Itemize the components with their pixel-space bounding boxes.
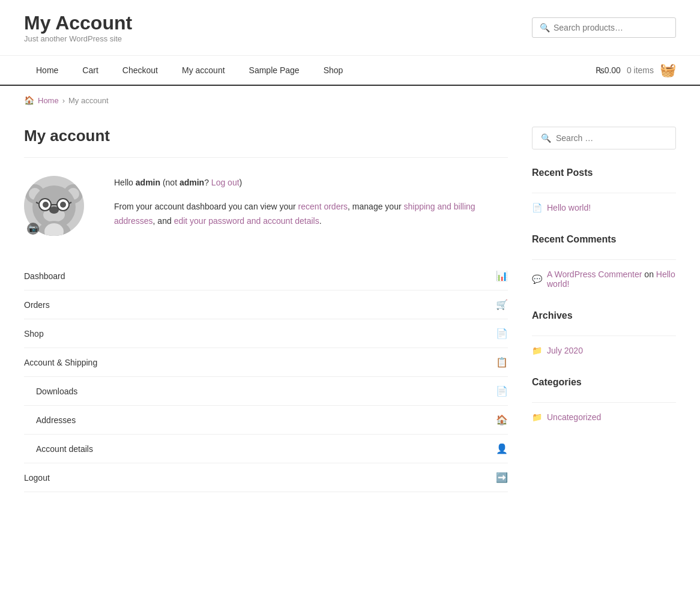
nav-link-account-shipping[interactable]: Account & Shipping — [24, 358, 97, 367]
nav-item-checkout: Checkout — [110, 56, 170, 85]
account-content: 📷 Hello admin (not admin? Log out) From … — [24, 176, 508, 238]
archives-divider — [532, 336, 676, 336]
nav-link-account-details[interactable]: Account details — [36, 444, 93, 454]
categories-section: Categories 📁 Uncategorized — [532, 377, 676, 426]
archives-section: Archives 📁 July 2020 — [532, 310, 676, 359]
site-nav: Home Cart Checkout My account Sample Pag… — [0, 56, 700, 86]
recent-orders-link[interactable]: recent orders — [298, 202, 348, 211]
nav-item-account-details: Account details 👤 — [24, 435, 508, 463]
nav-item-dashboard: Dashboard 📊 — [24, 262, 508, 290]
nav-link-samplepage[interactable]: Sample Page — [237, 56, 312, 85]
nav-item-account-shipping: Account & Shipping 📋 — [24, 348, 508, 377]
shop-icon: 📄 — [496, 328, 508, 339]
nav-link-home[interactable]: Home — [24, 56, 70, 85]
site-header: My Account Just another WordPress site 🔍 — [0, 0, 700, 56]
username-display: admin — [136, 178, 160, 187]
recent-comments-divider — [532, 259, 676, 260]
list-item: 📁 Uncategorized — [532, 409, 676, 426]
nav-link-logout[interactable]: Logout — [24, 473, 50, 483]
nav-item-shop: Shop — [312, 56, 355, 85]
nav-link-myaccount[interactable]: My account — [170, 56, 237, 85]
home-icon: 🏠 — [24, 95, 34, 105]
recent-posts-section: Recent Posts 📄 Hello world! — [532, 167, 676, 216]
recent-comments-section: Recent Comments 💬 A WordPress Commenter … — [532, 234, 676, 292]
header-search-input[interactable] — [554, 23, 668, 32]
archives-list: 📁 July 2020 — [532, 342, 676, 359]
nav-item-addresses: Addresses 🏠 — [24, 406, 508, 435]
svg-point-10 — [60, 202, 66, 208]
logout-link[interactable]: Log out — [211, 178, 240, 187]
camera-icon[interactable]: 📷 — [27, 223, 39, 235]
cart-amount: ₨0.00 — [596, 65, 621, 75]
page-title: My account — [24, 127, 508, 158]
recent-posts-divider — [532, 193, 676, 193]
cart-info: ₨0.00 0 items 🧺 — [596, 62, 676, 78]
nav-link-dashboard[interactable]: Dashboard — [24, 271, 65, 281]
categories-list: 📁 Uncategorized — [532, 409, 676, 426]
category-icon: 📁 — [532, 412, 542, 422]
nav-link-shop-account[interactable]: Shop — [24, 329, 44, 339]
main-content: My account — [0, 115, 700, 516]
dashboard-icon: 📊 — [496, 270, 508, 281]
breadcrumb-home-link[interactable]: Home — [38, 96, 59, 105]
account-details-icon: 👤 — [496, 443, 508, 454]
recent-comments-title: Recent Comments — [532, 234, 676, 250]
categories-divider — [532, 402, 676, 403]
not-username: admin — [180, 178, 204, 187]
nav-link-shop[interactable]: Shop — [312, 56, 355, 85]
sidebar-search-input[interactable] — [556, 133, 667, 143]
list-item: 📁 July 2020 — [532, 342, 676, 359]
categories-title: Categories — [532, 377, 676, 393]
list-item: 💬 A WordPress Commenter on Hello world! — [532, 266, 676, 292]
nav-item-samplepage: Sample Page — [237, 56, 312, 85]
nav-link-downloads[interactable]: Downloads — [36, 387, 77, 396]
category-link[interactable]: Uncategorized — [547, 412, 601, 422]
addresses-icon: 🏠 — [496, 414, 508, 426]
post-icon: 📄 — [532, 203, 542, 212]
comment-icon: 💬 — [532, 274, 542, 284]
archive-icon: 📁 — [532, 346, 542, 355]
nav-item-cart: Cart — [70, 56, 110, 85]
comment-author-link[interactable]: A WordPress Commenter — [547, 269, 642, 279]
archive-link[interactable]: July 2020 — [547, 346, 583, 355]
account-greeting-section: Hello admin (not admin? Log out) From yo… — [114, 176, 508, 238]
cart-basket-icon[interactable]: 🧺 — [660, 62, 676, 78]
dashboard-description: From your account dashboard you can view… — [114, 200, 508, 229]
nav-item-myaccount: My account — [170, 56, 237, 85]
nav-link-cart[interactable]: Cart — [70, 56, 110, 85]
recent-posts-list: 📄 Hello world! — [532, 199, 676, 216]
list-item: 📄 Hello world! — [532, 199, 676, 216]
account-shipping-icon: 📋 — [496, 357, 508, 368]
cart-items-count: 0 items — [627, 65, 654, 75]
recent-post-link[interactable]: Hello world! — [547, 203, 591, 212]
logout-icon: ➡️ — [496, 472, 508, 483]
sidebar-search-container: 🔍 — [532, 127, 676, 149]
breadcrumb: 🏠 Home › My account — [0, 86, 700, 115]
content-area: My account — [24, 127, 508, 492]
nav-link-checkout[interactable]: Checkout — [110, 56, 170, 85]
site-name: My Account — [24, 12, 132, 34]
site-title: My Account Just another WordPress site — [24, 12, 132, 43]
recent-posts-title: Recent Posts — [532, 167, 676, 183]
nav-item-shop: Shop 📄 — [24, 319, 508, 348]
account-nav: Dashboard 📊 Orders 🛒 Shop 📄 Account & Sh… — [24, 262, 508, 492]
header-search-icon: 🔍 — [540, 23, 550, 32]
orders-icon: 🛒 — [496, 299, 508, 310]
greeting-word: Hello — [114, 178, 136, 187]
password-link[interactable]: edit your password and account details — [174, 216, 319, 226]
nav-link-orders[interactable]: Orders — [24, 300, 50, 310]
nav-item-orders: Orders 🛒 — [24, 290, 508, 319]
comment-on-text: on — [644, 269, 654, 279]
nav-menu: Home Cart Checkout My account Sample Pag… — [24, 56, 355, 85]
svg-point-9 — [43, 202, 49, 208]
breadcrumb-current: My account — [68, 96, 108, 105]
nav-item-logout: Logout ➡️ — [24, 463, 508, 492]
account-avatar: 📷 — [24, 176, 96, 238]
sidebar-search-icon: 🔍 — [541, 133, 551, 143]
nav-link-addresses[interactable]: Addresses — [36, 415, 76, 425]
site-tagline: Just another WordPress site — [24, 34, 132, 43]
nav-item-home: Home — [24, 56, 70, 85]
sidebar: 🔍 Recent Posts 📄 Hello world! Recent Com… — [532, 127, 676, 492]
nav-item-downloads: Downloads 📄 — [24, 377, 508, 406]
recent-comments-list: 💬 A WordPress Commenter on Hello world! — [532, 266, 676, 292]
